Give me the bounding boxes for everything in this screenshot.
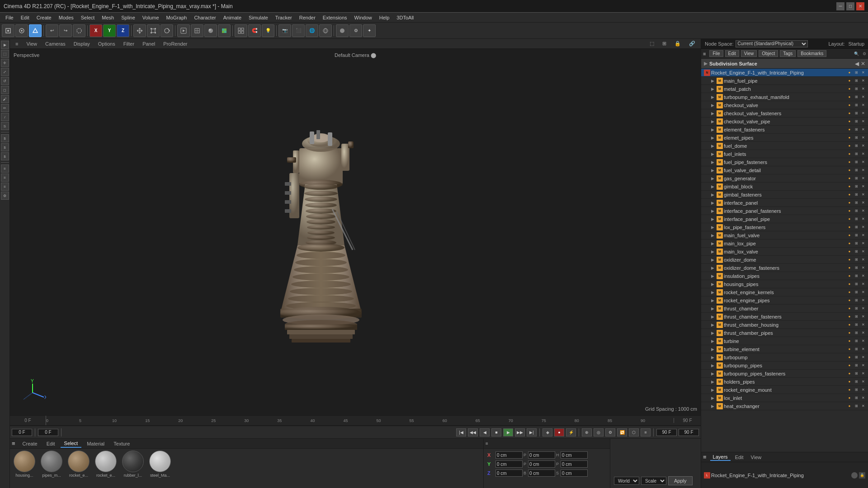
- obj-visibility-dot[interactable]: ●: [846, 200, 853, 206]
- menu-window[interactable]: Window: [351, 14, 376, 21]
- obj-visibility-dot[interactable]: ●: [846, 208, 853, 214]
- obj-render-icon[interactable]: ⊞: [853, 232, 859, 239]
- model-mode-button[interactable]: [2, 24, 14, 37]
- menu-mesh[interactable]: Mesh: [98, 14, 118, 21]
- obj-expand-icon[interactable]: ▶: [711, 144, 716, 148]
- obj-tag-icon[interactable]: ✕: [860, 387, 866, 393]
- obj-visibility-dot[interactable]: ●: [846, 387, 853, 393]
- menu-modes[interactable]: Modes: [55, 14, 77, 21]
- vp-ctrl-1[interactable]: ⬚: [646, 40, 658, 47]
- obj-tag-icon[interactable]: ✕: [860, 78, 866, 84]
- obj-tag-icon[interactable]: ✕: [860, 224, 866, 230]
- obj-render-icon[interactable]: ⊞: [853, 135, 859, 141]
- obj-expand-icon[interactable]: ▶: [711, 298, 716, 303]
- obj-expand-icon[interactable]: ▶: [711, 209, 716, 213]
- undo-button[interactable]: ↩: [46, 24, 58, 37]
- object-list-item[interactable]: ▶Mfuel_valve_detail●⊞✕: [701, 166, 868, 174]
- obj-expand-icon[interactable]: ▶: [711, 103, 716, 108]
- obj-render-icon[interactable]: ⊞: [853, 371, 859, 377]
- om-edit-btn[interactable]: Edit: [725, 50, 739, 57]
- coord-y-scale[interactable]: [561, 460, 588, 468]
- object-list-item[interactable]: ▶Minterface_panel_pipe●⊞✕: [701, 215, 868, 223]
- obj-expand-icon[interactable]: ▶: [711, 380, 716, 384]
- obj-visibility-dot[interactable]: ●: [846, 192, 853, 198]
- menu-select[interactable]: Select: [77, 14, 99, 21]
- obj-render-icon[interactable]: ⊞: [853, 403, 859, 409]
- object-list-item[interactable]: ▶Melemet_pipes●⊞✕: [701, 134, 868, 142]
- obj-visibility-dot[interactable]: ●: [846, 395, 853, 401]
- obj-visibility-dot[interactable]: ●: [846, 338, 853, 344]
- left-tool-s2[interactable]: $: [1, 134, 9, 142]
- sds-close-icon[interactable]: ✕: [861, 61, 865, 67]
- obj-tag-icon[interactable]: ✕: [860, 151, 866, 157]
- left-tool-gear[interactable]: ⚙: [1, 192, 9, 200]
- vp-tab-filter[interactable]: Filter: [120, 40, 138, 47]
- obj-render-icon[interactable]: ⊞: [853, 289, 859, 296]
- vp-tab-panel[interactable]: Panel: [139, 40, 159, 47]
- obj-expand-icon[interactable]: ▶: [711, 217, 716, 221]
- obj-tag-icon[interactable]: ✕: [860, 183, 866, 190]
- obj-expand-icon[interactable]: ▶: [711, 95, 716, 99]
- obj-render-icon[interactable]: ⊞: [853, 281, 859, 287]
- total-frames-input[interactable]: [679, 429, 699, 436]
- vp-tab-menu[interactable]: ≡: [12, 40, 22, 47]
- om-btab-edit[interactable]: Edit: [732, 454, 746, 460]
- obj-visibility-dot[interactable]: ●: [846, 78, 853, 84]
- obj-expand-icon[interactable]: ▶: [711, 306, 716, 311]
- object-list-item[interactable]: ▶Mfuel_pipe_fasteners●⊞✕: [701, 158, 868, 166]
- live-selection-button[interactable]: [73, 24, 85, 37]
- om-settings-icon[interactable]: ⚙: [863, 52, 866, 56]
- layer-visibility-toggle[interactable]: [851, 472, 858, 479]
- obj-visibility-dot[interactable]: ●: [846, 314, 853, 320]
- obj-render-icon[interactable]: ⊞: [853, 200, 859, 206]
- object-list-item[interactable]: ▶Mturbine●⊞✕: [701, 337, 868, 345]
- om-bottom-menu[interactable]: ≡: [703, 454, 707, 460]
- object-list-item[interactable]: ▶Minsulation_pipes●⊞✕: [701, 272, 868, 280]
- obj-visibility-dot[interactable]: ●: [846, 86, 853, 92]
- obj-render-icon[interactable]: ⊞: [853, 216, 859, 222]
- environment-button[interactable]: [319, 24, 332, 37]
- coord-x-pos[interactable]: [495, 451, 523, 459]
- obj-expand-icon[interactable]: ▶: [711, 127, 716, 132]
- obj-tag-icon[interactable]: ✕: [860, 354, 866, 361]
- obj-expand-icon[interactable]: ▶: [711, 119, 716, 124]
- obj-tag-icon[interactable]: ✕: [860, 143, 866, 149]
- obj-expand-icon[interactable]: ▶: [711, 184, 716, 189]
- om-file-btn[interactable]: File: [709, 50, 723, 57]
- obj-visibility-dot[interactable]: ●: [846, 224, 853, 230]
- obj-tag-icon[interactable]: ✕: [860, 70, 866, 76]
- menu-help[interactable]: Help: [376, 14, 393, 21]
- obj-render-icon[interactable]: ⊞: [853, 143, 859, 149]
- record-path-button[interactable]: ◎: [594, 428, 604, 436]
- object-list-item[interactable]: ▶Mmetal_patch●⊞✕: [701, 85, 868, 93]
- obj-expand-icon[interactable]: ▶: [711, 347, 716, 352]
- obj-expand-icon[interactable]: ▶: [711, 388, 716, 392]
- left-tool-s4[interactable]: $: [1, 152, 9, 160]
- obj-tag-icon[interactable]: ✕: [860, 127, 866, 133]
- obj-expand-icon[interactable]: ▶: [711, 87, 716, 91]
- obj-tag-icon[interactable]: ✕: [860, 175, 866, 182]
- obj-render-icon[interactable]: ⊞: [853, 265, 859, 271]
- timeline-view-button[interactable]: ≡: [641, 428, 651, 436]
- texture-mode-button[interactable]: [15, 24, 28, 37]
- object-list-item[interactable]: ▶Mcheckout_valve_pipe●⊞✕: [701, 117, 868, 126]
- object-list-item[interactable]: ▶Mturbopump_pipes_fasteners●⊞✕: [701, 370, 868, 378]
- obj-tag-icon[interactable]: ✕: [860, 232, 866, 239]
- object-list-item[interactable]: ▶Mrocket_engine_pipes●⊞✕: [701, 296, 868, 305]
- obj-expand-icon[interactable]: ▶: [711, 152, 716, 156]
- object-list-item[interactable]: NRocket_Engine_F-1_with_Intricate_Piping…: [701, 69, 868, 77]
- material-preview-button[interactable]: [336, 24, 349, 37]
- obj-tag-icon[interactable]: ✕: [860, 379, 866, 385]
- menu-character[interactable]: Character: [190, 14, 219, 21]
- obj-render-icon[interactable]: ⊞: [853, 102, 859, 108]
- obj-render-icon[interactable]: ⊞: [853, 314, 859, 320]
- object-list-item[interactable]: ▶Minterface_panel_fasteners●⊞✕: [701, 207, 868, 215]
- obj-visibility-dot[interactable]: ●: [846, 403, 853, 409]
- y-axis-button[interactable]: Y: [103, 24, 116, 37]
- keyframe-button[interactable]: ◆: [542, 428, 552, 436]
- object-list-item[interactable]: ▶Melement_fasteners●⊞✕: [701, 126, 868, 134]
- obj-expand-icon[interactable]: ▶: [711, 249, 716, 254]
- obj-visibility-dot[interactable]: ●: [846, 94, 853, 100]
- obj-expand-icon[interactable]: ▶: [711, 355, 716, 360]
- om-bookmarks-btn[interactable]: Bookmarks: [797, 50, 826, 57]
